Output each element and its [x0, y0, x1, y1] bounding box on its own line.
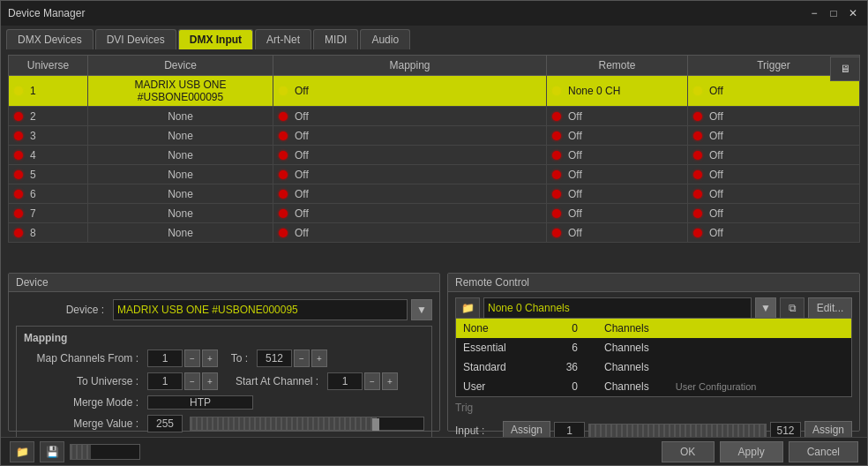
- to-universe-spinner: 1 − +: [147, 372, 218, 390]
- table-row[interactable]: 4 None Off Off Off: [9, 146, 860, 165]
- remote-edit-button[interactable]: Edit...: [808, 297, 852, 319]
- bottom-save-button[interactable]: 💾: [40, 441, 64, 462]
- device-select[interactable]: MADRIX USB ONE #USBONE000095: [113, 299, 408, 320]
- input-slider[interactable]: [588, 424, 767, 437]
- tab-dmx-input[interactable]: DMX Input: [178, 29, 253, 49]
- dropdown-option-user[interactable]: User 0 Channels User Configuration: [456, 377, 851, 396]
- tab-bar: DMX Devices DVI Devices DMX Input Art-Ne…: [1, 26, 867, 49]
- trig-row: Trig: [448, 398, 859, 417]
- device-panel: Device Device : MADRIX USB ONE #USBONE00…: [8, 273, 440, 432]
- tab-midi[interactable]: MIDI: [313, 29, 358, 49]
- cell-universe: 4: [9, 146, 88, 165]
- tab-dmx-devices[interactable]: DMX Devices: [6, 29, 94, 49]
- cell-mapping: Off: [273, 146, 547, 165]
- cell-trigger: Off: [688, 165, 860, 184]
- merge-value-row: Merge Value : 255: [24, 415, 424, 432]
- dropdown-option-none[interactable]: None 0 Channels: [456, 319, 851, 338]
- remote-dropdown[interactable]: None 0 Channels: [483, 297, 752, 319]
- to-universe-increment[interactable]: +: [202, 372, 218, 390]
- cancel-button[interactable]: Cancel: [789, 441, 858, 462]
- to-universe-decrement[interactable]: −: [184, 372, 200, 390]
- monitor-button[interactable]: 🖥: [830, 56, 860, 81]
- cell-device: None: [88, 146, 273, 165]
- table-row[interactable]: 6 None Off Off Off: [9, 184, 860, 204]
- remote-dropdown-value: None 0 Channels: [488, 302, 570, 314]
- map-from-spinner: 1 − +: [147, 350, 218, 367]
- maximize-button[interactable]: □: [827, 6, 841, 20]
- map-to-spinner: 512 − +: [257, 350, 327, 367]
- table-row[interactable]: 3 None Off Off Off: [9, 126, 860, 146]
- table-row[interactable]: 1 MADRIX USB ONE #USBONE000095 Off None …: [9, 76, 860, 107]
- cell-universe: 3: [9, 126, 88, 146]
- folder-icon: 📁: [461, 302, 475, 314]
- remote-folder-button[interactable]: 📁: [455, 297, 480, 319]
- option-essential-label: Channels: [604, 342, 649, 354]
- map-from-value: 1: [147, 350, 183, 367]
- mapping-section: Mapping Map Channels From : 1 − + To : 5…: [16, 326, 432, 437]
- main-content: Universe Device Mapping Remote Trigger 1…: [1, 49, 867, 437]
- cell-device: None: [88, 165, 273, 184]
- mapping-section-title: Mapping: [24, 332, 424, 344]
- cell-mapping: Off: [273, 126, 547, 146]
- remote-dropdown-row: 📁 None 0 Channels ▼ ⧉ Edit...: [448, 292, 859, 319]
- map-to-increment[interactable]: +: [311, 350, 327, 367]
- to-universe-row: To Universe : 1 − + Start At Channel : 1…: [24, 372, 424, 390]
- option-none-name: None: [463, 322, 534, 334]
- input-assign-left-button[interactable]: Assign: [503, 421, 550, 437]
- option-none-num: 0: [560, 322, 578, 334]
- cell-remote: Off: [547, 184, 688, 204]
- cell-remote: Off: [547, 165, 688, 184]
- tab-dvi-devices[interactable]: DVI Devices: [95, 29, 176, 49]
- remote-dropdown-arrow[interactable]: ▼: [755, 297, 776, 319]
- ok-button[interactable]: OK: [662, 441, 715, 462]
- start-at-increment[interactable]: +: [382, 372, 398, 390]
- remote-panel-title: Remote Control: [448, 274, 859, 292]
- map-to-decrement[interactable]: −: [294, 350, 310, 367]
- merge-mode-display: HTP: [147, 395, 253, 410]
- dropdown-option-essential[interactable]: Essential 6 Channels: [456, 338, 851, 357]
- merge-value-slider[interactable]: [190, 417, 424, 431]
- input-max-value: 512: [770, 422, 801, 437]
- device-manager-window: Device Manager − □ ✕ DMX Devices DVI Dev…: [0, 0, 868, 466]
- cell-remote: Off: [547, 146, 688, 165]
- cell-trigger: Off: [688, 223, 860, 243]
- universe-table-area: Universe Device Mapping Remote Trigger 1…: [8, 55, 860, 267]
- cell-mapping: Off: [273, 184, 547, 204]
- cell-universe: 1: [9, 76, 88, 107]
- cell-universe: 5: [9, 165, 88, 184]
- device-select-value: MADRIX USB ONE #USBONE000095: [117, 304, 298, 316]
- title-bar-controls: − □ ✕: [807, 6, 860, 20]
- apply-button[interactable]: Apply: [720, 441, 783, 462]
- option-standard-label: Channels: [604, 361, 649, 373]
- map-from-label: Map Channels From :: [24, 352, 138, 365]
- table-row[interactable]: 7 None Off Off Off: [9, 204, 860, 223]
- option-user-label: Channels: [604, 380, 649, 393]
- cell-remote: None 0 CH: [547, 76, 688, 107]
- merge-mode-row: Merge Mode : HTP: [24, 395, 424, 410]
- cell-remote: Off: [547, 107, 688, 126]
- title-bar: Device Manager − □ ✕: [1, 1, 867, 26]
- table-row[interactable]: 2 None Off Off Off: [9, 107, 860, 126]
- dropdown-option-standard[interactable]: Standard 36 Channels: [456, 357, 851, 377]
- start-at-value: 1: [327, 372, 363, 390]
- cell-device: None: [88, 126, 273, 146]
- col-header-mapping: Mapping: [273, 56, 547, 76]
- close-button[interactable]: ✕: [846, 6, 860, 20]
- cell-remote: Off: [547, 126, 688, 146]
- table-row[interactable]: 5 None Off Off Off: [9, 165, 860, 184]
- device-select-arrow[interactable]: ▼: [411, 299, 432, 320]
- remote-copy-button[interactable]: ⧉: [780, 297, 804, 319]
- bottom-folder-button[interactable]: 📁: [10, 441, 34, 462]
- map-from-increment[interactable]: +: [202, 350, 218, 367]
- table-row[interactable]: 8 None Off Off Off: [9, 223, 860, 243]
- start-at-decrement[interactable]: −: [364, 372, 380, 390]
- minimize-button[interactable]: −: [807, 6, 821, 20]
- tab-audio[interactable]: Audio: [360, 29, 410, 49]
- bottom-bar: 📁 💾 OK Apply Cancel: [1, 437, 867, 465]
- tab-art-net[interactable]: Art-Net: [255, 29, 311, 49]
- merge-value-label: Merge Value :: [24, 417, 138, 430]
- bottom-folder-icon: 📁: [16, 446, 29, 458]
- map-from-decrement[interactable]: −: [184, 350, 200, 367]
- input-assign-right-button[interactable]: Assign: [804, 421, 852, 437]
- input-label: Input :: [455, 425, 499, 437]
